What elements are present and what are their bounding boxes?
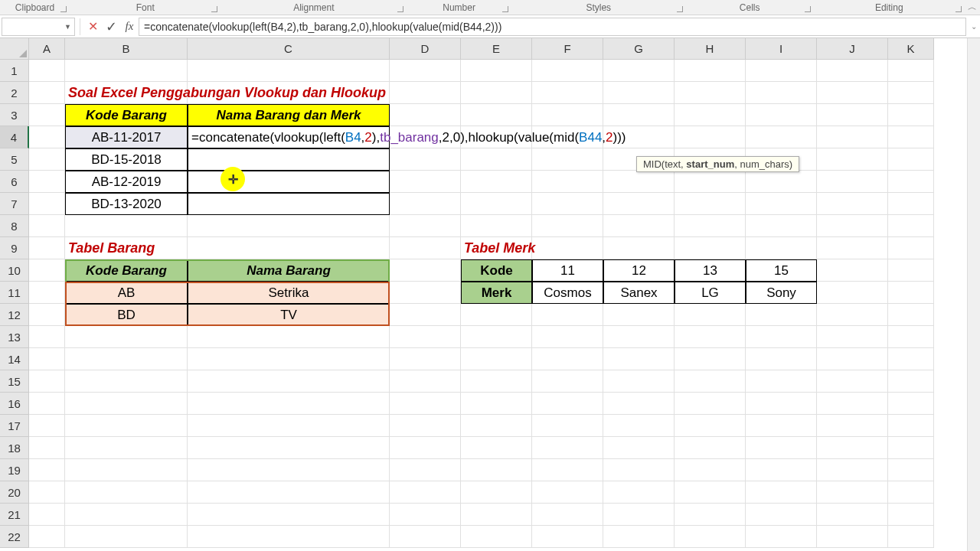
- row-header[interactable]: 9: [0, 237, 29, 259]
- merk-name[interactable]: Sanex: [603, 282, 675, 304]
- row-header[interactable]: 18: [0, 437, 29, 459]
- row-header[interactable]: 2: [0, 82, 29, 104]
- formula-bar: ▼ ✕ ✓ fx =concatenate(vlookup(left(B4,2)…: [0, 15, 980, 38]
- row-header[interactable]: 22: [0, 526, 29, 548]
- merk-kode[interactable]: 15: [746, 259, 817, 282]
- row-header[interactable]: 5: [0, 148, 29, 171]
- merk-kode[interactable]: 13: [675, 259, 746, 282]
- row-header[interactable]: 15: [0, 370, 29, 393]
- tb-cell[interactable]: TV: [188, 304, 390, 326]
- merk-merk-label[interactable]: Merk: [461, 282, 532, 304]
- data-cell[interactable]: AB-11-2017: [65, 126, 188, 148]
- tb-header-kode[interactable]: Kode Barang: [65, 259, 188, 282]
- row-header[interactable]: 19: [0, 459, 29, 481]
- data-cell[interactable]: BD-13-2020: [65, 193, 188, 215]
- row-header[interactable]: 21: [0, 504, 29, 526]
- formula-bar-expand-icon[interactable]: ⌄: [971, 22, 977, 31]
- function-tooltip: MID(text, start_num, num_chars): [636, 156, 799, 172]
- ribbon-group-number: Number: [407, 2, 511, 13]
- data-cell[interactable]: [188, 171, 390, 193]
- tb-cell[interactable]: AB: [65, 282, 188, 304]
- scrollbar-vertical[interactable]: [967, 38, 980, 551]
- name-box[interactable]: ▼: [2, 18, 75, 36]
- cell-grid[interactable]: Soal Excel Penggabungan Vlookup dan Hloo…: [29, 60, 934, 551]
- column-headers: A B C D E F G H I J K: [29, 38, 934, 60]
- merk-name[interactable]: LG: [675, 282, 746, 304]
- data-cell[interactable]: AB-12-2019: [65, 171, 188, 193]
- collapse-ribbon-icon[interactable]: ︿: [965, 1, 980, 14]
- formula-input[interactable]: =concatenate(vlookup(left(B4,2),tb_baran…: [139, 18, 966, 36]
- row-header[interactable]: 20: [0, 481, 29, 504]
- merk-name[interactable]: Cosmos: [532, 282, 603, 304]
- col-header-G[interactable]: G: [603, 38, 675, 60]
- merk-kode[interactable]: 11: [532, 259, 603, 282]
- row-header[interactable]: 12: [0, 304, 29, 326]
- select-all-button[interactable]: [0, 38, 29, 60]
- row-header[interactable]: 14: [0, 348, 29, 370]
- insert-function-button[interactable]: fx: [120, 18, 139, 36]
- ribbon-group-clipboard: Clipboard: [0, 2, 70, 13]
- tb-cell[interactable]: Setrika: [188, 282, 390, 304]
- formula-cancel-button[interactable]: ✕: [83, 18, 102, 36]
- row-header[interactable]: 17: [0, 415, 29, 437]
- row-headers: 1 2 3 4 5 6 7 8 9 10 11 12 13 14 15 16 1…: [0, 60, 29, 551]
- tb-header-nama[interactable]: Nama Barang: [188, 259, 390, 282]
- row-header[interactable]: 16: [0, 393, 29, 415]
- header-kode-barang[interactable]: Kode Barang: [65, 104, 188, 126]
- data-cell[interactable]: BD-15-2018: [65, 148, 188, 171]
- ribbon-group-editing: Editing: [814, 2, 965, 13]
- merk-name[interactable]: Sony: [746, 282, 817, 304]
- tb-cell[interactable]: BD: [65, 304, 188, 326]
- col-header-B[interactable]: B: [65, 38, 188, 60]
- tabel-barang-title[interactable]: Tabel Barang: [65, 237, 188, 259]
- formula-confirm-button[interactable]: ✓: [102, 18, 120, 36]
- col-header-J[interactable]: J: [817, 38, 888, 60]
- col-header-E[interactable]: E: [461, 38, 532, 60]
- row-header[interactable]: 1: [0, 60, 29, 82]
- data-cell[interactable]: [188, 148, 390, 171]
- tabel-merk-title[interactable]: Tabel Merk: [461, 237, 532, 259]
- col-header-I[interactable]: I: [746, 38, 817, 60]
- ribbon-group-styles: Styles: [511, 2, 686, 13]
- row-header[interactable]: 6: [0, 171, 29, 193]
- ribbon-group-font: Font: [70, 2, 220, 13]
- ribbon-group-alignment: Alignment: [220, 2, 407, 13]
- header-nama-barang-merk[interactable]: Nama Barang dan Merk: [188, 104, 390, 126]
- row-header[interactable]: 4: [0, 126, 29, 148]
- name-box-dropdown-icon[interactable]: ▼: [64, 23, 71, 31]
- col-header-A[interactable]: A: [29, 38, 65, 60]
- active-formula-cell[interactable]: =concatenate(vlookup(left(B4,2),tb_baran…: [188, 126, 390, 148]
- col-header-F[interactable]: F: [532, 38, 603, 60]
- row-header[interactable]: 8: [0, 215, 29, 237]
- title-cell[interactable]: Soal Excel Penggabungan Vlookup dan Hloo…: [65, 82, 188, 104]
- merk-kode-label[interactable]: Kode: [461, 259, 532, 282]
- col-header-D[interactable]: D: [390, 38, 461, 60]
- row-header[interactable]: 13: [0, 326, 29, 348]
- col-header-H[interactable]: H: [675, 38, 746, 60]
- row-header[interactable]: 7: [0, 193, 29, 215]
- col-header-C[interactable]: C: [188, 38, 390, 60]
- col-header-K[interactable]: K: [888, 38, 934, 60]
- ribbon-group-cells: Cells: [686, 2, 814, 13]
- formula-display: =concatenate(vlookup(left(B4,2),tb_baran…: [191, 130, 626, 145]
- data-cell[interactable]: [188, 193, 390, 215]
- row-header[interactable]: 3: [0, 104, 29, 126]
- merk-kode[interactable]: 12: [603, 259, 675, 282]
- ribbon-groups: Clipboard Font Alignment Number Styles C…: [0, 0, 980, 15]
- cursor-highlight-icon: ✛: [220, 167, 245, 191]
- row-header[interactable]: 10: [0, 259, 29, 282]
- row-header[interactable]: 11: [0, 282, 29, 304]
